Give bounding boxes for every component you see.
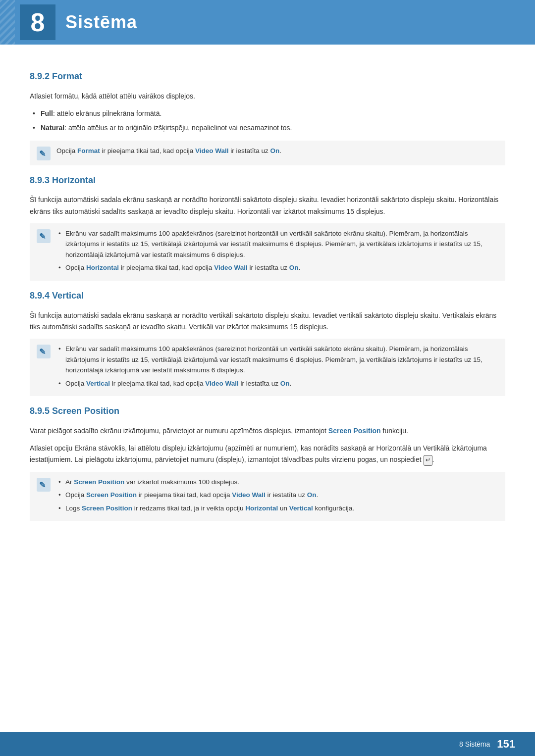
note-894-bullet1: Ekrānu var sadalīt maksimums 100 apakšek… [56, 344, 498, 376]
note-icon-892: ✎ [37, 147, 51, 160]
note-icon-894: ✎ [37, 345, 51, 358]
term-full: Full [41, 109, 53, 117]
section-894-note: ✎ Ekrānu var sadalīt maksimums 100 apakš… [30, 339, 505, 396]
chapter-title: Sistēma [65, 8, 137, 37]
footer-text: 8 Sistēma [459, 739, 490, 750]
section-895-intro2: Atlasiet opciju Ekrāna stāvoklis, lai at… [30, 443, 505, 465]
svg-text:✎: ✎ [39, 348, 46, 356]
page-footer: 8 Sistēma 151 [0, 732, 535, 756]
chapter-number: 8 [31, 9, 45, 35]
term-screenpos-intro1: Screen Position [328, 427, 381, 435]
note-895-bullet2: Opcija Screen Position ir pieejama tikai… [56, 490, 354, 501]
section-893-note-content: Ekrānu var sadalīt maksimums 100 apakšek… [56, 228, 498, 276]
bullet-natural-text: : attēlo attēlus ar to oriģinālo izšķirt… [64, 124, 292, 132]
chapter-header: 8 Sistēma [0, 0, 535, 45]
section-892-note-content: Opcija Format ir pieejama tikai tad, kad… [56, 146, 281, 156]
section-892-bullets: Full: attēlo ekrānus pilnekrāna formātā.… [30, 108, 505, 134]
section-895-note-content: Ar Screen Position var izkārtot maksimum… [56, 477, 354, 516]
term-natural: Natural [41, 124, 64, 132]
section-893-note: ✎ Ekrānu var sadalīt maksimums 100 apakš… [30, 223, 505, 281]
note-892-term1: Format [77, 147, 100, 154]
term-on-895: On [307, 491, 317, 499]
term-screenpos-895-1: Screen Position [74, 478, 124, 486]
svg-text:✎: ✎ [39, 481, 46, 489]
bullet-full: Full: attēlo ekrānus pilnekrāna formātā. [30, 108, 505, 119]
section-895-heading: 8.9.5 Screen Position [30, 404, 505, 418]
note-icon-893: ✎ [37, 229, 51, 243]
section-893: 8.9.3 Horizontal Šī funkcija automātiski… [30, 173, 505, 281]
note-892-text1: Opcija [56, 147, 77, 154]
bullet-full-text: : attēlo ekrānus pilnekrāna formātā. [53, 109, 161, 117]
note-895-bullet3: Logs Screen Position ir redzams tikai ta… [56, 503, 354, 514]
section-894-note-content: Ekrānu var sadalīt maksimums 100 apakšek… [56, 344, 498, 391]
section-893-note-bullets: Ekrānu var sadalīt maksimums 100 apakšek… [56, 228, 498, 273]
footer-page-number: 151 [497, 735, 515, 753]
section-895-intro1: Varat pielāgot sadalīto ekrānu izkārtoju… [30, 425, 505, 437]
term-videowall-893: Video Wall [214, 264, 248, 271]
svg-text:✎: ✎ [39, 150, 46, 158]
note-892-term2: Video Wall [195, 147, 229, 154]
enter-key-icon: ↵ [424, 455, 432, 466]
term-horizontal-895: Horizontal [245, 504, 278, 512]
note-892-text3: ir iestatīta uz [228, 147, 270, 154]
svg-text:✎: ✎ [39, 232, 46, 241]
note-892-text4: . [279, 147, 281, 154]
note-893-bullet2: Opcija Horizontal ir pieejama tikai tad,… [56, 262, 498, 273]
term-vertical-895: Vertical [289, 504, 313, 512]
term-videowall-894: Video Wall [205, 380, 239, 387]
section-892-note: ✎ Opcija Format ir pieejama tikai tad, k… [30, 141, 505, 165]
note-894-bullet2: Opcija Vertical ir pieejama tikai tad, k… [56, 378, 498, 389]
section-894-intro: Šī funkcija automātiski sadala ekrānu sa… [30, 310, 505, 333]
section-894-heading: 8.9.4 Vertical [30, 289, 505, 303]
note-895-bullet1: Ar Screen Position var izkārtot maksimum… [56, 477, 354, 488]
section-892-heading: 8.9.2 Format [30, 69, 505, 84]
term-videowall-895: Video Wall [232, 491, 266, 499]
term-on-893: On [289, 264, 299, 271]
note-893-bullet1: Ekrānu var sadalīt maksimums 100 apakšek… [56, 228, 498, 260]
section-895-note-bullets: Ar Screen Position var izkārtot maksimum… [56, 477, 354, 514]
bullet-natural: Natural: attēlo attēlus ar to oriģinālo … [30, 122, 505, 133]
section-894-note-bullets: Ekrānu var sadalīt maksimums 100 apakšek… [56, 344, 498, 389]
section-895-note: ✎ Ar Screen Position var izkārtot maksim… [30, 472, 505, 521]
main-content: 8.9.2 Format Atlasiet formātu, kādā attē… [0, 45, 535, 558]
term-vertical-894: Vertical [86, 380, 110, 387]
section-893-intro: Šī funkcija automātiski sadala ekrānu sa… [30, 194, 505, 217]
section-894: 8.9.4 Vertical Šī funkcija automātiski s… [30, 289, 505, 396]
chapter-number-box: 8 [20, 4, 55, 40]
note-icon-895: ✎ [37, 478, 51, 492]
term-screenpos-895-2: Screen Position [86, 491, 137, 499]
section-893-heading: 8.9.3 Horizontal [30, 173, 505, 188]
section-895: 8.9.5 Screen Position Varat pielāgot sad… [30, 404, 505, 521]
term-on-894: On [280, 380, 290, 387]
section-892: 8.9.2 Format Atlasiet formātu, kādā attē… [30, 69, 505, 165]
term-horizontal-893: Horizontal [86, 264, 119, 271]
header-stripes [0, 0, 15, 45]
section-892-intro: Atlasiet formātu, kādā attēlot attēlu va… [30, 91, 505, 102]
term-screenpos-895-3: Screen Position [82, 504, 132, 512]
note-892-text2: ir pieejama tikai tad, kad opcija [100, 147, 195, 154]
note-892-term3: On [270, 147, 279, 154]
